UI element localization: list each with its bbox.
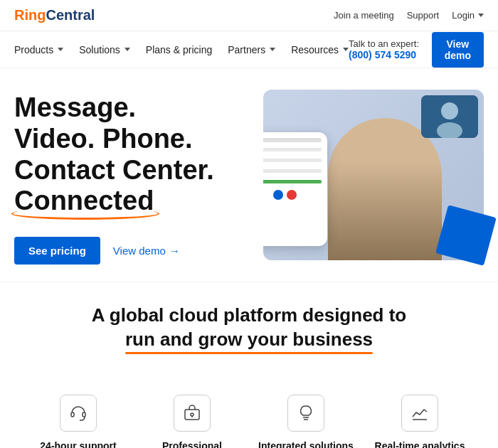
plans-pricing-label: Plans & pricing xyxy=(146,44,212,55)
resources-chevron-icon xyxy=(343,48,349,51)
feature-integrated-title: Integrated solutions xyxy=(258,440,354,448)
hero-line4: Connected xyxy=(14,186,154,217)
resources-label: Resources xyxy=(291,44,339,55)
svg-rect-5 xyxy=(185,410,199,420)
tagline-text: A global cloud platform designed to run … xyxy=(14,304,484,352)
phone-ui-bar xyxy=(263,138,322,142)
lightbulb-icon-box xyxy=(287,395,324,432)
expert-phone: Talk to an expert: (800) 574 5290 xyxy=(349,38,420,60)
svg-point-1 xyxy=(441,102,458,119)
person-silhouette xyxy=(328,118,442,260)
services-icon-box xyxy=(174,395,211,432)
svg-rect-3 xyxy=(71,412,74,417)
phone-ui-overlay xyxy=(263,132,327,246)
line-3 xyxy=(263,169,322,173)
products-chevron-icon xyxy=(58,48,63,51)
hero-line3: Contact Center. xyxy=(14,155,214,185)
feature-analytics: Real-time analytics Business-driving ins… xyxy=(363,388,477,448)
view-demo-link-label: View demo xyxy=(113,245,166,257)
see-pricing-button[interactable]: See pricing xyxy=(14,237,100,265)
view-demo-link[interactable]: View demo → xyxy=(113,245,180,257)
top-bar: RingCentral Join a meeting Support Login xyxy=(0,0,498,31)
hero-section: Message. Video. Phone. Contact Center. C… xyxy=(0,68,498,282)
video-call-overlay xyxy=(421,95,478,138)
line-4 xyxy=(263,180,322,183)
hero-line1: Message. xyxy=(14,92,136,122)
resources-menu[interactable]: Resources xyxy=(291,44,349,55)
lightbulb-icon xyxy=(297,404,315,422)
headset-icon xyxy=(69,404,88,422)
services-icon xyxy=(183,404,201,422)
call-icon xyxy=(273,190,283,200)
feature-integrated: Integrated solutions Accelerated busines… xyxy=(249,388,363,448)
feature-analytics-title: Real-time analytics xyxy=(375,440,465,448)
hero-image-area xyxy=(270,90,484,267)
login-chevron-icon xyxy=(478,14,484,17)
solutions-chevron-icon xyxy=(124,48,130,51)
talk-to-expert-label: Talk to an expert: xyxy=(349,38,419,49)
phone-ui-row-4 xyxy=(263,177,322,186)
hero-line2: Video. Phone. xyxy=(14,124,193,154)
main-nav: Products Solutions Plans & pricing Partn… xyxy=(0,31,498,68)
view-demo-nav-button[interactable]: View demo xyxy=(432,32,484,68)
partners-label: Partners xyxy=(228,44,265,55)
support-link[interactable]: Support xyxy=(407,10,440,21)
svg-point-6 xyxy=(191,413,194,416)
hero-text: Message. Video. Phone. Contact Center. C… xyxy=(14,92,270,265)
join-meeting-link[interactable]: Join a meeting xyxy=(334,10,394,21)
hero-heading: Message. Video. Phone. Contact Center. C… xyxy=(14,92,256,217)
tagline-section: A global cloud platform designed to run … xyxy=(0,282,498,366)
line-1 xyxy=(263,148,322,151)
login-button[interactable]: Login xyxy=(452,10,484,21)
phone-ui-row-3 xyxy=(263,166,322,175)
svg-rect-4 xyxy=(83,412,85,417)
feature-support: 24-hour support Fast resolution xyxy=(21,388,135,448)
partners-menu[interactable]: Partners xyxy=(228,44,275,55)
logo-ring: Ring xyxy=(14,7,46,23)
logo-central: Central xyxy=(46,7,95,23)
feature-services-title: Professional Services xyxy=(142,440,242,448)
top-right-nav: Join a meeting Support Login xyxy=(334,10,484,21)
hero-buttons: See pricing View demo → xyxy=(14,237,256,265)
arrow-right-icon: → xyxy=(169,245,180,257)
features-section: 24-hour support Fast resolution Professi… xyxy=(0,366,498,448)
tagline-line2: run and grow your business xyxy=(125,328,373,352)
feature-support-title: 24-hour support xyxy=(40,440,116,448)
nav-left: Products Solutions Plans & pricing Partn… xyxy=(14,44,349,55)
phone-ui-bottom xyxy=(263,190,322,200)
feature-services: Professional Services Quicker ROI xyxy=(135,388,249,448)
phone-ui-row-1 xyxy=(263,145,322,154)
analytics-icon xyxy=(410,404,429,422)
line-2 xyxy=(263,159,322,162)
headset-icon-box xyxy=(60,395,97,432)
logo[interactable]: RingCentral xyxy=(14,7,95,23)
nav-right: Talk to an expert: (800) 574 5290 View d… xyxy=(349,32,484,68)
products-menu[interactable]: Products xyxy=(14,44,63,55)
analytics-icon-box xyxy=(401,395,438,432)
solutions-menu[interactable]: Solutions xyxy=(79,44,130,55)
end-call-icon xyxy=(287,190,297,200)
tagline-line1: A global cloud platform designed to xyxy=(92,304,406,326)
phone-number[interactable]: (800) 574 5290 xyxy=(349,49,416,60)
solutions-label: Solutions xyxy=(79,44,120,55)
plans-pricing-link[interactable]: Plans & pricing xyxy=(146,44,212,55)
login-label: Login xyxy=(452,10,475,21)
products-label: Products xyxy=(14,44,53,55)
phone-ui-row-2 xyxy=(263,156,322,164)
partners-chevron-icon xyxy=(270,48,275,51)
